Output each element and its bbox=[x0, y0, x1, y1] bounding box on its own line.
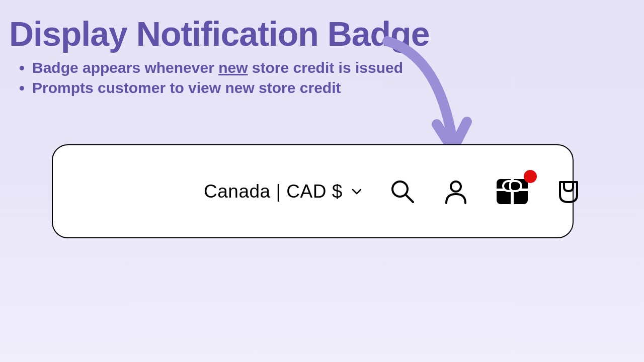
user-icon bbox=[443, 179, 468, 204]
chevron-down-icon bbox=[352, 189, 362, 195]
svg-point-0 bbox=[392, 182, 408, 197]
currency-label: Canada | CAD $ bbox=[204, 181, 343, 202]
svg-line-1 bbox=[406, 195, 413, 202]
cart-button[interactable] bbox=[556, 178, 581, 205]
search-icon bbox=[390, 179, 415, 204]
bullet-item-2: Prompts customer to view new store credi… bbox=[32, 78, 403, 98]
notification-badge bbox=[524, 170, 537, 183]
bullet-1-post: store credit is issued bbox=[248, 59, 403, 76]
currency-selector[interactable]: Canada | CAD $ bbox=[204, 181, 362, 202]
account-button[interactable] bbox=[443, 178, 468, 205]
bullet-1-underlined: new bbox=[218, 59, 248, 76]
search-button[interactable] bbox=[390, 178, 415, 205]
page-title: Display Notification Badge bbox=[9, 14, 429, 53]
header-toolbar: Canada | CAD $ bbox=[52, 144, 574, 238]
bullet-list: Badge appears whenever new store credit … bbox=[32, 58, 403, 99]
gift-icon bbox=[497, 179, 528, 204]
store-credit-button[interactable] bbox=[497, 179, 528, 204]
pointer-arrow-icon bbox=[377, 36, 478, 162]
bullet-1-pre: Badge appears whenever bbox=[32, 59, 218, 76]
bag-icon bbox=[556, 179, 581, 204]
svg-point-2 bbox=[451, 182, 461, 192]
bullet-item-1: Badge appears whenever new store credit … bbox=[32, 58, 403, 77]
